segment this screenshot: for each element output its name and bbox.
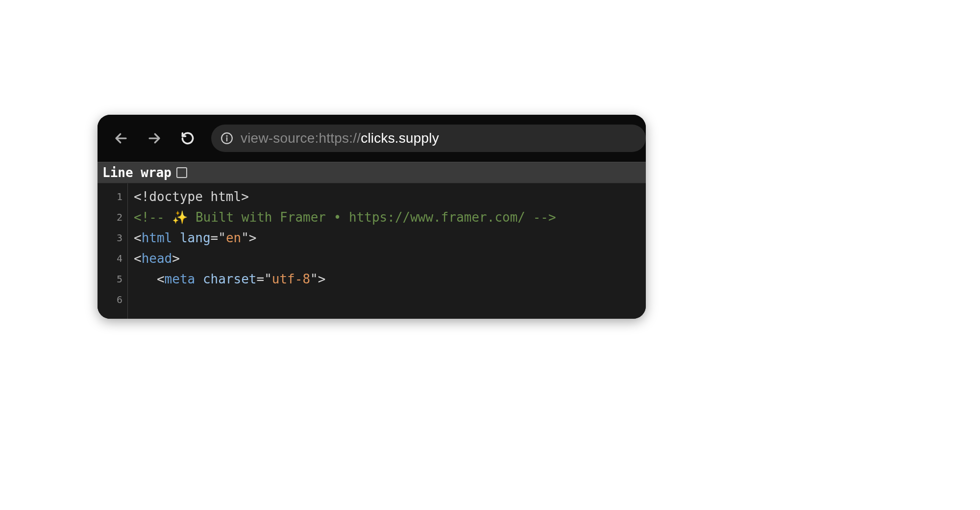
code-token: ": [241, 230, 249, 245]
code-line: <!doctype html>: [134, 186, 646, 207]
url-text: view-source:https://clicks.supply: [241, 130, 439, 146]
line-wrap-label: Line wrap: [102, 165, 172, 180]
line-number: 3: [98, 228, 127, 248]
code-token: <: [134, 251, 142, 266]
svg-point-4: [226, 136, 227, 136]
code-token: <: [157, 272, 165, 286]
code-line: [134, 289, 646, 310]
code-token: [195, 272, 203, 286]
line-number: 4: [98, 248, 127, 269]
code-token: >: [318, 272, 326, 286]
line-number: 6: [98, 289, 127, 310]
url-host: clicks.supply: [361, 130, 439, 146]
browser-window: view-source:https://clicks.supply Line w…: [98, 115, 646, 319]
code-token: en: [226, 230, 241, 245]
code-token: ": [264, 272, 272, 286]
view-source-options: Line wrap: [98, 162, 646, 183]
code-token: <!doctype html>: [134, 189, 249, 204]
code-token: lang: [180, 230, 211, 245]
code-token: >: [172, 251, 180, 266]
line-number-gutter: 123456: [98, 183, 128, 319]
code-token: =: [211, 230, 219, 245]
code-token: head: [142, 251, 172, 266]
code-token: =: [256, 272, 264, 286]
code-token: html: [142, 230, 172, 245]
forward-icon: [147, 131, 162, 146]
code-token: utf-8: [272, 272, 310, 286]
forward-button[interactable]: [145, 128, 164, 148]
code-token: <!-- ✨ Built with Framer • https://www.f…: [134, 210, 556, 225]
code-token: >: [249, 230, 257, 245]
url-prefix: view-source:https://: [241, 130, 361, 146]
back-icon: [114, 131, 128, 146]
reload-button[interactable]: [178, 128, 197, 148]
browser-toolbar: view-source:https://clicks.supply: [98, 115, 646, 162]
source-code[interactable]: <!doctype html><!-- ✨ Built with Framer …: [128, 183, 646, 319]
source-view: 123456 <!doctype html><!-- ✨ Built with …: [98, 183, 646, 319]
info-icon: [220, 132, 233, 145]
line-number: 2: [98, 207, 127, 228]
back-button[interactable]: [111, 128, 131, 148]
code-line: <meta charset="utf-8">: [134, 269, 646, 289]
code-token: <: [134, 230, 142, 245]
code-line: <html lang="en">: [134, 228, 646, 248]
line-wrap-checkbox[interactable]: [176, 167, 187, 178]
code-token: ": [310, 272, 318, 286]
code-token: ": [218, 230, 226, 245]
code-line: <!-- ✨ Built with Framer • https://www.f…: [134, 207, 646, 228]
reload-icon: [180, 131, 195, 146]
code-line: <head>: [134, 248, 646, 269]
site-info-button[interactable]: [220, 131, 234, 145]
code-token: meta: [165, 272, 196, 286]
code-token: charset: [203, 272, 257, 286]
line-number: 1: [98, 186, 127, 207]
line-number: 5: [98, 269, 127, 289]
address-bar[interactable]: view-source:https://clicks.supply: [211, 125, 646, 152]
code-token: [172, 230, 180, 245]
